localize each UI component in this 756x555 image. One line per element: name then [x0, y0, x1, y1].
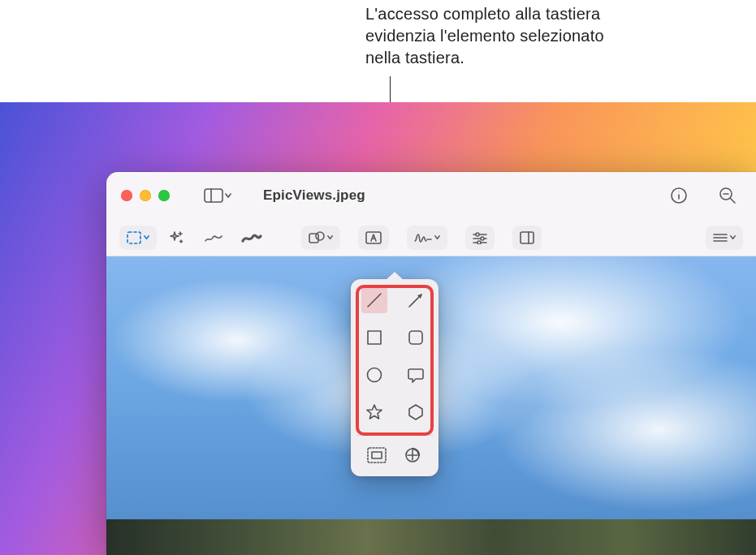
svg-point-22: [477, 241, 481, 244]
svg-rect-37: [372, 452, 382, 458]
svg-marker-34: [367, 405, 382, 419]
svg-marker-35: [409, 405, 422, 419]
square-icon: [365, 328, 384, 347]
draw-button[interactable]: [235, 226, 269, 250]
adjust-color-button[interactable]: [465, 226, 495, 250]
shape-square[interactable]: [361, 325, 387, 351]
caption-text: L'accesso completo alla tastiera evidenz…: [365, 3, 625, 69]
zoom-out-button[interactable]: [714, 183, 741, 208]
svg-rect-32: [409, 331, 422, 344]
shape-arrow[interactable]: [403, 287, 429, 313]
circle-icon: [365, 365, 384, 385]
chevron-down-icon: [143, 234, 150, 241]
document-title: EpicViews.jpeg: [263, 187, 365, 204]
arrow-icon: [406, 290, 426, 310]
svg-line-28: [368, 294, 381, 307]
sketch-button[interactable]: [197, 226, 230, 250]
shapes-icon: [308, 230, 326, 245]
shape-star[interactable]: [361, 399, 387, 425]
highlight-area-icon: [366, 446, 387, 464]
hexagon-icon: [406, 402, 426, 422]
crop-icon: [519, 230, 535, 245]
minimize-window-button[interactable]: [140, 190, 151, 201]
signature-icon: [413, 231, 433, 244]
sidebar-icon: [204, 188, 223, 203]
shapes-popover: [351, 279, 438, 476]
info-button[interactable]: [665, 183, 693, 208]
shape-speech-bubble[interactable]: [403, 362, 429, 388]
svg-line-6: [731, 199, 736, 204]
svg-point-33: [367, 368, 381, 382]
text-button[interactable]: [358, 226, 389, 250]
popover-divider: [356, 435, 434, 436]
border-style-button[interactable]: [706, 226, 743, 250]
chevron-down-icon: [729, 234, 737, 241]
svg-point-18: [476, 233, 479, 236]
chevron-down-icon: [434, 234, 441, 241]
crop-button[interactable]: [512, 226, 542, 250]
rounded-square-icon: [406, 328, 426, 347]
svg-rect-8: [127, 232, 140, 243]
lines-icon: [712, 232, 728, 243]
svg-point-4: [679, 191, 680, 192]
star-icon: [365, 402, 384, 422]
sign-button[interactable]: [407, 226, 447, 250]
zoom-window-button[interactable]: [158, 190, 170, 201]
loupe-icon: [403, 446, 422, 464]
text-icon: [365, 230, 382, 245]
window-controls: [121, 190, 170, 201]
chevron-down-icon: [224, 191, 232, 200]
svg-rect-36: [368, 448, 386, 462]
instant-alpha-button[interactable]: [162, 226, 192, 250]
speech-bubble-icon: [406, 365, 426, 385]
selection-icon: [126, 230, 142, 245]
line-icon: [365, 290, 384, 310]
svg-point-14: [316, 232, 324, 240]
svg-point-20: [481, 237, 484, 240]
svg-rect-0: [205, 189, 222, 202]
shape-highlight-area[interactable]: [363, 444, 391, 467]
draw-icon: [241, 231, 262, 244]
chevron-down-icon: [326, 234, 334, 241]
shape-rounded-square[interactable]: [403, 325, 429, 351]
shape-circle[interactable]: [361, 362, 387, 388]
shape-line[interactable]: [361, 287, 387, 313]
info-icon: [670, 187, 688, 204]
sliders-icon: [472, 231, 488, 244]
zoom-out-icon: [719, 187, 737, 204]
svg-rect-23: [521, 232, 534, 243]
shape-loupe[interactable]: [399, 444, 426, 467]
shapes-grid: [359, 287, 430, 425]
shapes-extra-row: [359, 444, 430, 467]
selection-tool-button[interactable]: [119, 226, 157, 250]
shape-hexagon[interactable]: [403, 399, 429, 425]
shapes-button[interactable]: [301, 226, 340, 250]
svg-rect-15: [366, 232, 381, 243]
sparkle-icon: [168, 230, 186, 246]
sidebar-toggle-button[interactable]: [199, 183, 237, 208]
titlebar: EpicViews.jpeg: [106, 172, 756, 219]
close-window-button[interactable]: [121, 190, 132, 201]
sketch-icon: [204, 231, 223, 244]
markup-toolbar: [106, 219, 756, 256]
svg-rect-31: [368, 331, 381, 344]
